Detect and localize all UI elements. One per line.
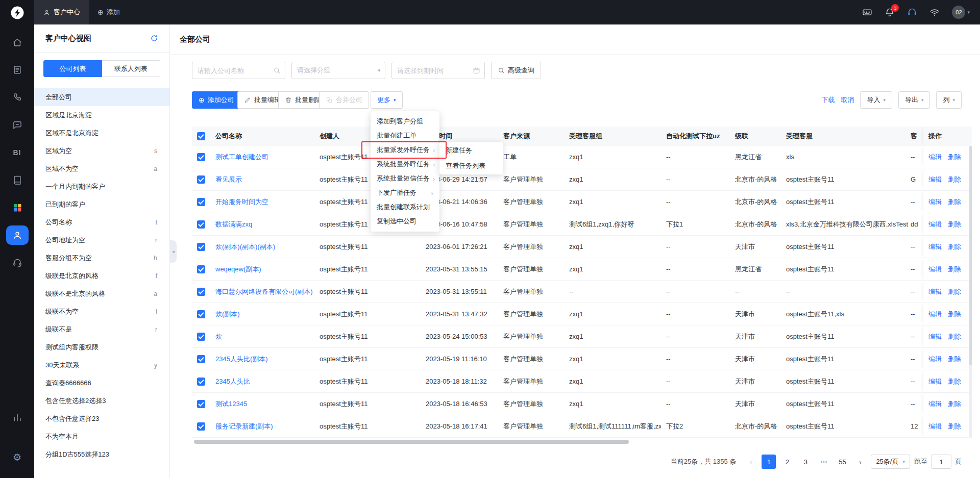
more-button[interactable]: 更多 ▾ (371, 91, 403, 109)
refresh-icon[interactable] (150, 34, 158, 42)
row-checkbox[interactable] (197, 310, 205, 318)
prev-page-button[interactable]: ‹ (744, 455, 757, 469)
row-checkbox[interactable] (197, 175, 205, 184)
company-link[interactable]: 炊 (215, 332, 222, 341)
vertical-scrollbar[interactable] (969, 146, 972, 438)
company-link[interactable]: 服务记录新建(副本) (215, 422, 273, 431)
menu-item[interactable]: 批量创建工单 (371, 129, 439, 143)
export-button[interactable]: 导出 ▾ (898, 91, 930, 109)
company-link[interactable]: 测试12345 (215, 399, 247, 409)
view-item[interactable]: 区域为空s (34, 142, 169, 160)
edit-link[interactable]: 编辑 (928, 197, 942, 207)
menu-item[interactable]: 复制选中公司 (371, 214, 439, 229)
delete-link[interactable]: 删除 (948, 220, 961, 229)
edit-link[interactable]: 编辑 (928, 399, 942, 409)
delete-link[interactable]: 删除 (948, 310, 961, 319)
delete-link[interactable]: 删除 (948, 287, 961, 296)
company-link[interactable]: 测试工单创建公司 (215, 153, 268, 162)
view-item[interactable]: 客服分组不为空h (34, 249, 169, 267)
wifi-icon[interactable] (929, 7, 940, 17)
menu-item[interactable]: 系统批量外呼任务› (371, 157, 439, 171)
company-name-input[interactable] (192, 62, 285, 79)
view-item[interactable]: 级联不是r (34, 320, 169, 338)
keyboard-icon[interactable] (862, 7, 872, 17)
view-item[interactable]: 区域不是北京海淀 (34, 124, 169, 142)
view-item[interactable]: 级联不为空i (34, 303, 169, 320)
panel-collapse-handle[interactable]: ◂ (170, 240, 177, 263)
view-item[interactable]: 查询器6666666 (34, 374, 169, 392)
merge-company-button[interactable]: 合并公司 (319, 91, 369, 109)
view-item[interactable]: 已到期的客户 (34, 195, 169, 213)
view-item[interactable]: 不为空本月 (34, 427, 169, 445)
app-logo[interactable] (0, 5, 34, 20)
delete-link[interactable]: 删除 (948, 242, 961, 251)
tab-contact-list[interactable]: 联系人列表 (102, 60, 161, 77)
view-item[interactable]: 一个月内到期的客户 (34, 178, 169, 195)
edit-link[interactable]: 编辑 (928, 265, 942, 274)
view-item[interactable]: 不包含任意选择23 (34, 410, 169, 427)
company-link[interactable]: 2345人头比 (215, 377, 250, 386)
page-button[interactable]: 2 (780, 455, 794, 469)
select-all-checkbox[interactable] (197, 132, 205, 140)
edit-link[interactable]: 编辑 (928, 332, 942, 341)
view-item[interactable]: 包含任意选择2选择3 (34, 392, 169, 410)
delete-link[interactable]: 删除 (948, 422, 961, 431)
row-checkbox[interactable] (197, 288, 205, 296)
tab-add-button[interactable]: ⊕ 添加 (97, 8, 120, 17)
page-size-select[interactable]: 25条/页 ▾ (871, 455, 910, 469)
row-checkbox[interactable] (197, 220, 205, 229)
home-nav[interactable] (0, 29, 34, 56)
horizontal-scrollbar-thumb[interactable] (194, 440, 629, 444)
document-nav[interactable] (0, 56, 34, 84)
download-link[interactable]: 下载 (821, 95, 835, 105)
page-jump-input[interactable] (931, 455, 951, 469)
edit-link[interactable]: 编辑 (928, 175, 942, 184)
delete-link[interactable]: 删除 (948, 175, 961, 184)
row-checkbox[interactable] (197, 265, 205, 273)
view-item[interactable]: 30天未联系y (34, 356, 169, 374)
group-select[interactable]: 请选择分组 (291, 62, 385, 79)
edit-link[interactable]: 编辑 (928, 422, 942, 431)
menu-item[interactable]: 添加到客户分组 (371, 114, 439, 129)
headset-support-icon[interactable] (907, 7, 917, 17)
row-checkbox[interactable] (197, 422, 205, 431)
delete-link[interactable]: 删除 (948, 265, 961, 274)
view-item[interactable]: 测试组内客服权限 (34, 338, 169, 356)
row-checkbox[interactable] (197, 333, 205, 341)
view-item[interactable]: 级联不是北京的风格a (34, 285, 169, 303)
row-checkbox[interactable] (197, 378, 205, 386)
customer-center-nav[interactable] (0, 221, 34, 249)
delete-link[interactable]: 删除 (948, 153, 961, 162)
tab-company-list[interactable]: 公司列表 (43, 60, 102, 77)
settings-nav[interactable]: ⚙ (0, 443, 34, 471)
page-button[interactable]: 3 (798, 455, 813, 469)
delete-link[interactable]: 删除 (948, 377, 961, 386)
row-checkbox[interactable] (197, 243, 205, 251)
delete-link[interactable]: 删除 (948, 197, 961, 207)
book-nav[interactable] (0, 166, 34, 194)
expire-date-input[interactable] (391, 62, 485, 79)
import-button[interactable]: 导入 ▾ (860, 91, 892, 109)
view-item[interactable]: 公司名称t (34, 213, 169, 231)
submenu-item[interactable]: 查看任务列表 (439, 158, 503, 173)
columns-button[interactable]: 列 ▾ (936, 91, 962, 109)
cancel-link[interactable]: 取消 (841, 95, 854, 105)
view-item[interactable]: 区域不为空a (34, 160, 169, 178)
row-checkbox[interactable] (197, 400, 205, 408)
page-button[interactable]: 55 (835, 455, 849, 469)
company-link[interactable]: 海口慧尔网络设备有限公司(副本) (215, 287, 313, 296)
row-checkbox[interactable] (197, 153, 205, 161)
delete-link[interactable]: 删除 (948, 399, 961, 409)
menu-item[interactable]: 系统批量短信任务› (371, 171, 439, 186)
company-link[interactable]: 炊(副本)(副本)(副本) (215, 242, 275, 251)
notification-bell-icon[interactable]: 3 (885, 7, 895, 17)
phone-nav[interactable] (0, 84, 34, 111)
menu-item[interactable]: 批量创建联系计划 (371, 200, 439, 214)
edit-link[interactable]: 编辑 (928, 242, 942, 251)
menu-item[interactable]: 批量派发外呼任务› (371, 143, 439, 157)
view-item[interactable]: 公司地址为空r (34, 231, 169, 249)
company-link[interactable]: 开始服务时间为空 (215, 197, 268, 207)
page-button[interactable]: 1 (762, 455, 776, 469)
row-checkbox[interactable] (197, 355, 205, 363)
apps-nav[interactable] (0, 194, 34, 221)
